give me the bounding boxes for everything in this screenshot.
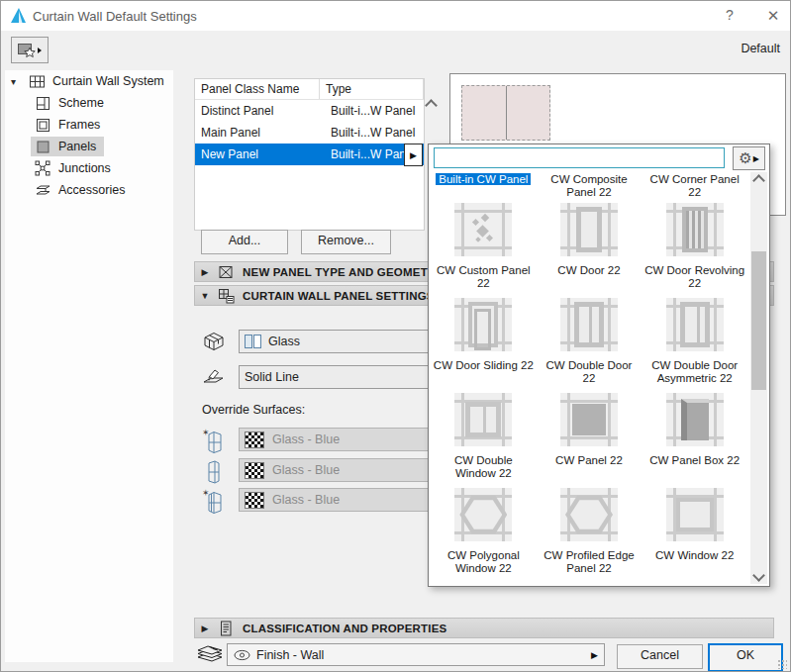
panel-type-item-cw-profiled-edge-panel-22[interactable]: ICW Profiled Edge Panel 22 [537,488,643,583]
remove-button[interactable]: Remove... [301,230,391,254]
favorites-button[interactable] [11,37,49,63]
junctions-icon [33,160,52,176]
panels-icon [33,139,52,154]
sidebar-item-label: Scheme [58,96,104,110]
cw-double-window-icon [454,393,512,446]
panel-type-label: Built-in CW Panel [431,173,537,186]
cut-line-icon [200,363,228,391]
panel-type-item-cw-door-revolving-22[interactable]: CW Door Revolving 22 [642,203,747,298]
panel-type-label: CW Door 22 [537,264,643,277]
collapsed-triangle-icon: ▶ [195,267,215,277]
panel-type-item-cw-composite-panel-22[interactable]: CW Composite Panel 22 [537,172,643,203]
table-header: Panel Class Name Type [195,79,424,100]
table-row-new-panel[interactable]: New PanelBuilt-i...W Panel▶ [195,144,424,165]
gear-arrow-icon: ▶ [753,154,759,163]
table-row-distinct-panel[interactable]: Distinct PanelBuilt-i...W Panel [195,100,424,122]
panel-type-item-cw-double-door-22[interactable]: CW Double Door 22 [537,298,643,393]
type-expand-button[interactable]: ▶ [404,144,423,166]
surface-value: Glass - Blue [272,463,340,477]
panel-type-item-cw-panel-box-22[interactable]: CW Panel Box 22 [642,393,747,488]
surface-interior-icon: ✶ [200,487,228,515]
layer-combo[interactable]: Finish - Wall ▶ [227,643,605,666]
building-material-value: Glass [268,335,300,348]
sidebar-item-junctions[interactable]: Junctions [31,157,173,179]
panel-type-popup: ⚙▶ Built-in CW PanelCW Composite Panel 2… [428,144,770,587]
surface-value: Glass - Blue [272,493,340,507]
panel-type-label: CW Double Door 22 [537,359,643,385]
panel-type-label: CW Window 22 [642,549,747,562]
window-title: Curtain Wall Default Settings [33,9,197,24]
panel-type-label: CW Profiled Edge Panel 22 [537,549,643,575]
help-button[interactable]: ? [710,1,749,30]
ok-button[interactable]: OK [708,643,783,672]
close-icon[interactable]: ✕ [753,1,791,30]
sidebar-item-label: Frames [58,118,100,132]
scrollbar-thumb[interactable] [751,251,766,390]
panel-type-label: CW Polygonal Window 22 [431,549,537,575]
panel-type-label: CW Panel 22 [537,454,643,467]
sidebar-item-scheme[interactable]: Scheme [31,92,173,114]
override-surfaces-label: Override Surfaces: [202,403,305,417]
table-row-main-panel[interactable]: Main PanelBuilt-i...W Panel [195,122,424,144]
panel-type-item-cw-double-window-22[interactable]: CW Double Window 22 [431,393,537,488]
sidebar-item-label: Curtain Wall System [52,74,164,88]
tree-expand-chevron-icon[interactable]: ▾ [11,76,25,87]
cw-door-icon [560,203,618,256]
layer-value: Finish - Wall [256,648,324,662]
panel-type-item-cw-corner-panel-22[interactable]: CW Corner Panel 22 [642,172,747,203]
cw-double-door-asymmetric-icon [666,298,724,351]
panel-search-input[interactable] [434,147,725,168]
scroll-down-icon[interactable] [750,567,767,584]
panel-type-label: CW Composite Panel 22 [537,173,643,199]
surface-value: Glass - Blue [272,432,340,446]
table-scrollbar-up-icon[interactable] [427,99,436,113]
add-button[interactable]: Add... [201,230,288,254]
scheme-icon [33,95,52,111]
cw-window-icon [666,488,724,541]
scroll-up-icon[interactable] [750,172,767,189]
preview-panel-rect [461,85,550,141]
panel-type-label: CW Double Window 22 [431,454,537,480]
cw-panel-icon [560,393,618,446]
panel-class-name-cell: New Panel [195,147,325,161]
expanded-triangle-icon: ▼ [195,291,215,301]
panel-type-label: CW Door Revolving 22 [642,264,747,290]
sidebar-item-curtain-wall-system[interactable]: ▾Curtain Wall System [11,70,173,92]
panel-type-label: CW Custom Panel 22 [431,264,537,290]
gear-icon: ⚙ [739,149,751,167]
sidebar-item-panels[interactable]: Panels [31,136,173,157]
panel-class-name-cell: Distinct Panel [195,104,325,118]
panel-type-item-cw-window-22[interactable]: CW Window 22 [642,488,747,583]
sidebar-item-label: Junctions [58,161,111,175]
resize-grip[interactable] [777,659,787,669]
panel-type-item-built-in-cw-panel[interactable]: Built-in CW Panel [431,172,537,203]
popup-scrollbar[interactable] [750,172,767,584]
panel-type-item-cw-panel-22[interactable]: CW Panel 22 [537,393,643,488]
section-classification[interactable]: ▶ CLASSIFICATION AND PROPERTIES [194,618,774,638]
panel-type-label: CW Double Door Asymmetric 22 [642,359,747,385]
svg-text:✶: ✶ [202,488,210,498]
sidebar-item-label: Panels [58,140,96,153]
panel-type-item-cw-custom-panel-22[interactable]: CW Custom Panel 22 [431,203,537,298]
layer-icon [196,642,224,665]
title-bar: Curtain Wall Default Settings ? ✕ [1,1,791,32]
cw-polygonal-window-icon [454,488,512,541]
surface-swatch [245,432,264,448]
panel-type-item-cw-door-22[interactable]: CW Door 22 [537,203,643,298]
column-type[interactable]: Type [320,79,424,99]
column-panel-class-name[interactable]: Panel Class Name [195,79,320,99]
eye-icon [234,649,250,661]
sidebar-item-frames[interactable]: Frames [31,114,173,136]
panel-type-item-cw-door-sliding-22[interactable]: CW Door Sliding 22 [431,298,537,393]
popup-settings-button[interactable]: ⚙▶ [733,146,765,170]
sidebar-item-accessories[interactable]: Accessories [31,179,173,201]
panel-type-item-cw-double-door-asymmetric-22[interactable]: CW Double Door Asymmetric 22 [642,298,747,393]
curtain-wall-system-icon [27,73,47,89]
collapsed-triangle-icon: ▶ [195,624,215,633]
panel-type-label: CW Corner Panel 22 [642,173,747,199]
panel-type-cell: Built-i...W Panel [325,126,424,140]
panel-type-item-cw-polygonal-window-22[interactable]: CW Polygonal Window 22 [431,488,537,583]
panel-geometry-icon [215,264,237,280]
surface-swatch [245,492,264,509]
cancel-button[interactable]: Cancel [617,644,703,669]
